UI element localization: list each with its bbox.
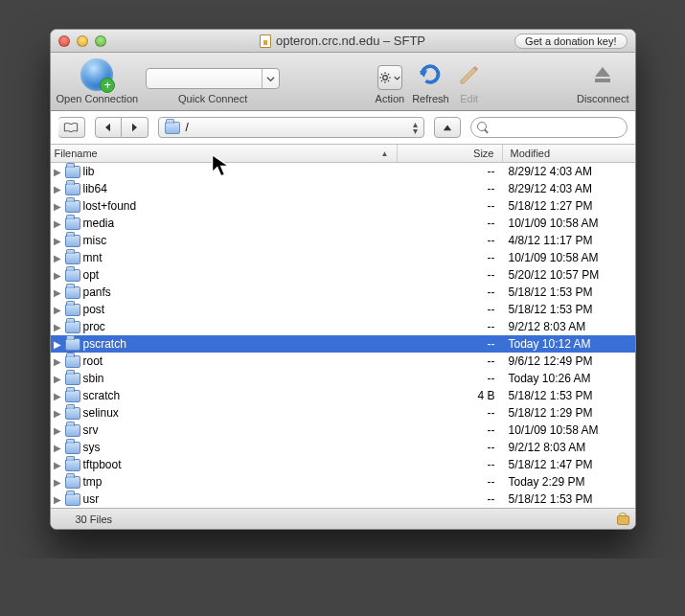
file-modified-text: 4/8/12 11:17 PM <box>503 234 635 247</box>
column-size[interactable]: Size <box>398 145 503 162</box>
disclosure-triangle-icon[interactable]: ▶ <box>53 167 62 177</box>
disclosure-triangle-icon[interactable]: ▶ <box>53 270 62 281</box>
zoom-window-button[interactable] <box>95 35 106 47</box>
file-row[interactable]: ▶sbin--Today 10:26 AM <box>51 370 635 387</box>
folder-icon <box>65 166 80 178</box>
file-row[interactable]: ▶sys--9/2/12 8:03 AM <box>51 439 635 456</box>
svg-line-7 <box>381 80 382 81</box>
disclosure-triangle-icon[interactable]: ▶ <box>53 339 62 350</box>
disclosure-triangle-icon[interactable]: ▶ <box>53 443 62 453</box>
folder-icon <box>65 424 80 437</box>
file-row[interactable]: ▶lib--8/29/12 4:03 AM <box>51 163 635 180</box>
sort-ascending-icon: ▲ <box>381 149 389 158</box>
quick-connect-dropdown[interactable] <box>262 69 279 88</box>
folder-icon <box>65 476 80 489</box>
history-forward-button[interactable] <box>122 117 148 138</box>
disclosure-triangle-icon[interactable]: ▶ <box>53 408 62 419</box>
file-row[interactable]: ▶usr--5/18/12 1:53 PM <box>51 491 635 508</box>
minimize-window-button[interactable] <box>77 35 88 47</box>
file-size-text: -- <box>398 423 503 437</box>
file-row[interactable]: ▶opt--5/20/12 10:57 PM <box>51 266 635 284</box>
disclosure-triangle-icon[interactable]: ▶ <box>53 236 62 246</box>
svg-line-5 <box>381 74 382 75</box>
disclosure-triangle-icon[interactable]: ▶ <box>53 287 62 298</box>
disclosure-triangle-icon[interactable]: ▶ <box>53 374 62 384</box>
file-row[interactable]: ▶lib64--8/29/12 4:03 AM <box>51 180 635 197</box>
column-filename[interactable]: Filename ▲ <box>51 145 398 162</box>
disclosure-triangle-icon[interactable]: ▶ <box>53 391 62 401</box>
eject-icon <box>591 63 614 86</box>
main-toolbar: Open Connection Quick Connect <box>51 53 635 111</box>
disclosure-triangle-icon[interactable]: ▶ <box>53 305 62 315</box>
file-size-text: -- <box>398 165 503 178</box>
triangle-right-icon <box>130 123 139 132</box>
close-window-button[interactable] <box>58 35 70 47</box>
file-row[interactable]: ▶lost+found--5/18/12 1:27 PM <box>51 197 635 215</box>
disclosure-triangle-icon[interactable]: ▶ <box>53 356 62 367</box>
quick-connect-input[interactable] <box>147 69 262 88</box>
window: opteron.crc.nd.edu – SFTP Get a donation… <box>50 29 636 530</box>
disconnect-item[interactable]: Disconnect <box>577 57 628 104</box>
file-modified-text: 10/1/09 10:58 AM <box>503 423 635 437</box>
file-modified-text: 9/2/12 8:03 AM <box>503 320 635 333</box>
search-icon <box>477 122 489 133</box>
file-row[interactable]: ▶media--10/1/09 10:58 AM <box>51 215 635 232</box>
file-row[interactable]: ▶pscratch--Today 10:12 AM <box>51 335 635 353</box>
titlebar[interactable]: opteron.crc.nd.edu – SFTP Get a donation… <box>51 30 635 53</box>
disclosure-triangle-icon[interactable]: ▶ <box>53 425 62 436</box>
folder-icon <box>65 200 80 213</box>
disclosure-triangle-icon[interactable]: ▶ <box>53 494 62 505</box>
action-item[interactable]: Action <box>376 57 405 104</box>
folder-icon <box>65 183 80 195</box>
file-row[interactable]: ▶proc--9/2/12 8:03 AM <box>51 318 635 335</box>
file-row[interactable]: ▶root--9/6/12 12:49 PM <box>51 353 635 370</box>
file-size-text: -- <box>398 251 503 264</box>
file-size-text: -- <box>398 217 503 230</box>
disclosure-triangle-icon[interactable]: ▶ <box>53 253 62 263</box>
file-name-text: lib <box>83 165 95 178</box>
refresh-item[interactable]: Refresh <box>412 57 449 104</box>
disclosure-triangle-icon[interactable]: ▶ <box>53 477 62 488</box>
window-title-text: opteron.crc.nd.edu – SFTP <box>276 34 425 48</box>
bookmarks-button[interactable] <box>58 117 85 138</box>
file-row[interactable]: ▶scratch4 B5/18/12 1:53 PM <box>51 387 635 404</box>
file-row[interactable]: ▶srv--10/1/09 10:58 AM <box>51 422 635 439</box>
disclosure-triangle-icon[interactable]: ▶ <box>53 322 62 332</box>
file-row[interactable]: ▶misc--4/8/12 11:17 PM <box>51 232 635 249</box>
disclosure-triangle-icon[interactable]: ▶ <box>53 460 62 470</box>
file-row[interactable]: ▶tftpboot--5/18/12 1:47 PM <box>51 456 635 473</box>
donation-button[interactable]: Get a donation key! <box>514 34 627 49</box>
pencil-icon <box>458 63 481 86</box>
search-input[interactable] <box>492 121 621 134</box>
file-name-text: opt <box>83 268 100 282</box>
file-name-text: post <box>83 303 105 316</box>
file-modified-text: Today 10:26 AM <box>503 372 635 385</box>
action-button[interactable] <box>377 65 402 90</box>
search-field[interactable] <box>470 117 628 138</box>
file-size-text: -- <box>398 199 503 213</box>
triangle-up-icon <box>443 123 452 132</box>
open-connection-item[interactable]: Open Connection <box>57 57 139 104</box>
disclosure-triangle-icon[interactable]: ▶ <box>53 184 62 194</box>
file-row[interactable]: ▶mnt--10/1/09 10:58 AM <box>51 249 635 266</box>
quick-connect-label: Quick Connect <box>178 93 247 104</box>
file-modified-text: 5/18/12 1:53 PM <box>503 285 635 299</box>
file-list[interactable]: ▶lib--8/29/12 4:03 AM▶lib64--8/29/12 4:0… <box>51 163 635 508</box>
column-modified[interactable]: Modified <box>503 145 635 162</box>
go-up-button[interactable] <box>434 117 461 138</box>
disclosure-triangle-icon[interactable]: ▶ <box>53 218 62 229</box>
file-size-text: -- <box>398 458 503 471</box>
globe-add-icon <box>80 58 113 91</box>
disclosure-triangle-icon[interactable]: ▶ <box>53 201 62 212</box>
file-name-text: srv <box>83 423 99 437</box>
file-size-text: -- <box>398 182 503 195</box>
file-row[interactable]: ▶panfs--5/18/12 1:53 PM <box>51 284 635 301</box>
file-size-text: -- <box>398 354 503 368</box>
folder-icon <box>165 122 180 134</box>
history-back-button[interactable] <box>95 117 122 138</box>
quick-connect-combo[interactable] <box>146 68 280 89</box>
path-dropdown[interactable]: / ▴▾ <box>158 117 424 138</box>
file-row[interactable]: ▶selinux--5/18/12 1:29 PM <box>51 404 635 422</box>
file-row[interactable]: ▶tmp--Today 2:29 PM <box>51 473 635 491</box>
file-row[interactable]: ▶post--5/18/12 1:53 PM <box>51 301 635 318</box>
